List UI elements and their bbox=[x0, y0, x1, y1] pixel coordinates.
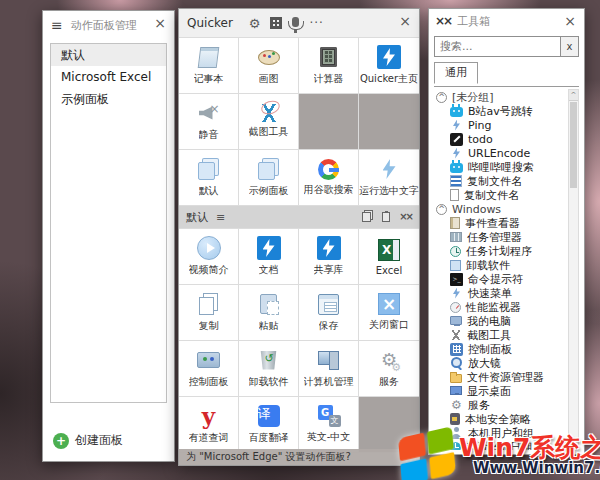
action-label: 示例面板 bbox=[249, 184, 289, 198]
action-label: 有道查词 bbox=[189, 431, 229, 445]
uninstall-icon bbox=[257, 348, 281, 372]
microphone-icon[interactable] bbox=[292, 17, 299, 27]
action-label: 控制面板 bbox=[189, 375, 229, 389]
pages-icon bbox=[257, 157, 281, 181]
action-computer-management[interactable]: 计算机管理 bbox=[299, 341, 359, 397]
settings-icon[interactable]: ⚙ bbox=[249, 17, 261, 30]
panel-list-item-excel[interactable]: Microsoft Excel bbox=[51, 66, 166, 88]
action-baidu-translate[interactable]: 译百度翻译 bbox=[239, 397, 299, 453]
action-copy[interactable]: 复制 bbox=[179, 285, 239, 341]
create-panel-label: 创建面板 bbox=[75, 432, 123, 449]
panel-list-item-example[interactable]: 示例面板 bbox=[51, 88, 166, 110]
tool-item[interactable]: 控制面板 bbox=[435, 342, 565, 356]
notepad-icon bbox=[197, 45, 221, 69]
search-input[interactable] bbox=[434, 36, 561, 57]
tool-item[interactable]: 本地安全策略 bbox=[435, 412, 565, 426]
action-calculator[interactable]: 计算器 bbox=[299, 38, 359, 94]
more-icon[interactable]: ··· bbox=[309, 16, 323, 30]
action-docs[interactable]: 文档 bbox=[239, 229, 299, 285]
event-viewer-icon bbox=[450, 217, 460, 229]
action-services[interactable]: 服务 bbox=[359, 341, 419, 397]
menu-icon[interactable]: ≡ bbox=[51, 18, 63, 32]
action-quicker-home[interactable]: Quicker主页 bbox=[359, 38, 419, 94]
action-label: 截图工具 bbox=[249, 125, 289, 139]
collapse-icon[interactable]: ^ bbox=[436, 204, 447, 215]
tool-label: 文件资源管理器 bbox=[467, 370, 544, 384]
tool-item[interactable]: 任务管理器 bbox=[435, 230, 565, 244]
tool-label: B站av号跳转 bbox=[468, 104, 533, 118]
create-panel-button[interactable]: + 创建面板 bbox=[53, 432, 123, 449]
computer-icon bbox=[450, 316, 462, 325]
tool-item[interactable]: todo bbox=[435, 132, 565, 146]
scrollbar[interactable]: ^ bbox=[568, 89, 579, 449]
action-save[interactable]: 保存 bbox=[299, 285, 359, 341]
tool-label: 截图工具 bbox=[467, 328, 511, 342]
tool-item[interactable]: 哔哩哔哩搜索 bbox=[435, 160, 565, 174]
panel-list-item-default[interactable]: 默认 bbox=[51, 44, 166, 66]
action-default-panel[interactable]: 默认 bbox=[179, 150, 239, 206]
status-bar[interactable]: 为 "Microsoft Edge" 设置动作面板? bbox=[179, 449, 419, 465]
action-uninstall[interactable]: 卸载软件 bbox=[239, 341, 299, 397]
group-name: Windows bbox=[452, 203, 501, 216]
empty-cell[interactable] bbox=[299, 94, 359, 150]
action-example-panel[interactable]: 示例面板 bbox=[239, 150, 299, 206]
action-mute[interactable]: 静音 bbox=[179, 94, 239, 150]
copy-icon[interactable] bbox=[362, 212, 371, 222]
action-run-selected-text[interactable]: 运行选中文字 bbox=[359, 150, 419, 206]
close-icon[interactable]: × bbox=[154, 16, 166, 30]
action-close-window[interactable]: 关闭窗口 bbox=[359, 285, 419, 341]
tool-item[interactable]: Ping bbox=[435, 118, 565, 132]
clipboard-icon[interactable] bbox=[382, 212, 390, 222]
tool-item[interactable]: 复制文件名 bbox=[435, 174, 565, 188]
action-excel[interactable]: Excel bbox=[359, 229, 419, 285]
collapse-icon[interactable]: ^ bbox=[436, 92, 447, 103]
group-ungrouped[interactable]: ^[未分组] bbox=[435, 90, 565, 104]
qr-code-icon[interactable] bbox=[270, 17, 282, 29]
clear-search-button[interactable]: x bbox=[561, 36, 579, 57]
action-snipping-tool[interactable]: 截图工具 bbox=[239, 94, 299, 150]
section-menu-icon[interactable]: ≡ bbox=[216, 212, 225, 223]
tool-item[interactable]: URLEncode bbox=[435, 146, 565, 160]
tool-item[interactable]: 复制文件名 bbox=[435, 188, 565, 202]
action-google-translate[interactable]: 英文-中文 bbox=[299, 397, 359, 453]
tool-label: 卸载软件 bbox=[466, 258, 510, 272]
action-shared-library[interactable]: 共享库 bbox=[299, 229, 359, 285]
action-paste[interactable]: 粘贴 bbox=[239, 285, 299, 341]
toolbox-icon[interactable]: ×× bbox=[399, 212, 412, 222]
tool-item[interactable]: 性能监视器 bbox=[435, 300, 565, 314]
close-icon[interactable]: × bbox=[399, 14, 411, 28]
action-label: 英文-中文 bbox=[307, 430, 351, 444]
tool-item[interactable]: 命令提示符 bbox=[435, 272, 565, 286]
action-google-search[interactable]: 用谷歌搜索 bbox=[299, 150, 359, 206]
tool-item[interactable]: 服务 bbox=[435, 398, 565, 412]
action-youdao[interactable]: 有道查词 bbox=[179, 397, 239, 453]
file-icon bbox=[450, 189, 459, 201]
action-paint[interactable]: 画图 bbox=[239, 38, 299, 94]
close-icon[interactable]: × bbox=[564, 14, 576, 28]
tool-item[interactable]: 我的电脑 bbox=[435, 314, 565, 328]
empty-cell[interactable] bbox=[359, 94, 419, 150]
action-label: 百度翻译 bbox=[249, 431, 289, 445]
action-video-intro[interactable]: 视频简介 bbox=[179, 229, 239, 285]
tool-item[interactable]: 卸载软件 bbox=[435, 258, 565, 272]
action-notepad[interactable]: 记事本 bbox=[179, 38, 239, 94]
watermark-title: Win7系统之家 bbox=[459, 435, 600, 461]
tool-item[interactable]: B站av号跳转 bbox=[435, 104, 565, 118]
tool-item[interactable]: 任务计划程序 bbox=[435, 244, 565, 258]
group-windows[interactable]: ^Windows bbox=[435, 202, 565, 216]
bilibili-icon bbox=[450, 107, 463, 117]
scrollbar-thumb[interactable] bbox=[570, 102, 577, 188]
toolbox-icon: ×× bbox=[435, 15, 451, 27]
tool-item[interactable]: 放大镜 bbox=[435, 356, 565, 370]
scroll-up-icon[interactable]: ^ bbox=[569, 90, 578, 101]
services-icon bbox=[450, 399, 463, 412]
panel-manager-title: 动作面板管理 bbox=[71, 18, 137, 33]
tool-item[interactable]: 事件查看器 bbox=[435, 216, 565, 230]
tool-item[interactable]: 截图工具 bbox=[435, 328, 565, 342]
tab-general[interactable]: 通用 bbox=[434, 62, 478, 84]
tool-item[interactable]: 显示桌面 bbox=[435, 384, 565, 398]
toolbox-title: 工具箱 bbox=[457, 14, 490, 29]
action-control-panel[interactable]: 控制面板 bbox=[179, 341, 239, 397]
tool-item[interactable]: 文件资源管理器 bbox=[435, 370, 565, 384]
tool-item[interactable]: 快速菜单 bbox=[435, 286, 565, 300]
